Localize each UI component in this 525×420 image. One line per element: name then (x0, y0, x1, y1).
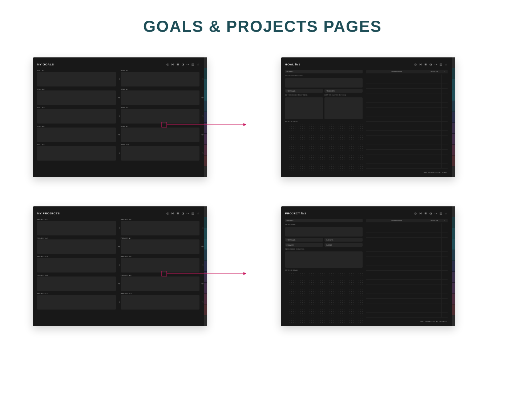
side-tab[interactable] (204, 304, 207, 315)
goal-item[interactable]: GOAL №8➔ (121, 107, 200, 124)
chart-icon[interactable]: 〜 (186, 212, 189, 215)
back-link[interactable]: ⟵ GO BACK TO MY GOALS (366, 171, 448, 174)
side-tab[interactable] (452, 101, 455, 112)
arrow-right-icon[interactable]: ➔ (201, 96, 204, 99)
action-row[interactable] (366, 266, 448, 271)
star-icon[interactable]: ☆ (197, 63, 199, 66)
action-row[interactable] (366, 164, 448, 169)
side-tab[interactable] (452, 250, 455, 261)
arrow-right-icon[interactable]: ➔ (201, 226, 204, 230)
project-item[interactable]: PROJECT №4➔ (37, 274, 116, 291)
action-row[interactable] (366, 247, 448, 252)
goal-item[interactable]: GOAL №5➔ (37, 144, 116, 161)
action-row[interactable] (366, 303, 448, 308)
clock-icon[interactable]: ◔ (429, 212, 432, 215)
action-row[interactable] (366, 223, 448, 228)
project-item[interactable]: PROJECT №7➔ (121, 237, 200, 254)
action-row[interactable] (366, 228, 448, 233)
side-tab[interactable] (204, 156, 207, 166)
overcome-field[interactable] (324, 97, 363, 119)
budget-field[interactable]: BUDGET: (324, 243, 363, 247)
side-tab[interactable] (452, 228, 455, 239)
arrow-right-icon[interactable]: ➔ (201, 245, 204, 248)
side-tab[interactable] (452, 90, 455, 101)
action-row[interactable] (366, 79, 448, 84)
arrow-right-icon[interactable]: ➔ (118, 77, 120, 81)
side-tab[interactable] (204, 228, 207, 239)
action-row[interactable] (366, 122, 448, 126)
side-tab[interactable] (204, 294, 207, 304)
side-tab[interactable] (204, 79, 207, 90)
dumbbell-icon[interactable]: ⋈ (171, 212, 174, 215)
due-date-field[interactable]: DUE DATE: (324, 238, 363, 242)
star-icon[interactable]: ☆ (445, 63, 448, 66)
side-tab[interactable] (204, 145, 207, 156)
side-tab[interactable] (452, 68, 455, 79)
bookmark-icon[interactable]: ▤ (191, 63, 194, 66)
action-row[interactable] (366, 252, 448, 257)
duration-field[interactable]: DURATION: (285, 243, 323, 247)
project-item[interactable]: PROJECT №2➔ (37, 237, 116, 254)
project-item[interactable]: PROJECT №3➔ (37, 256, 116, 272)
action-row[interactable] (366, 140, 448, 145)
action-row[interactable] (366, 108, 448, 112)
action-row[interactable] (366, 150, 448, 154)
goal-item[interactable]: GOAL №3➔ (37, 107, 116, 124)
goal-item[interactable]: GOAL №6➔ (121, 70, 200, 86)
action-row[interactable] (366, 238, 448, 242)
arrow-right-icon[interactable]: ➔ (201, 114, 204, 118)
action-row[interactable] (366, 89, 448, 93)
star-icon[interactable]: ☆ (445, 212, 448, 215)
action-row[interactable] (366, 154, 448, 159)
target-icon[interactable]: ◎ (166, 63, 169, 66)
side-tab[interactable] (204, 68, 207, 79)
arrow-right-icon[interactable]: ➔ (201, 133, 204, 136)
goal-item[interactable]: GOAL №2➔ (37, 88, 116, 105)
arrow-right-icon[interactable]: ➔ (118, 245, 120, 248)
side-tab[interactable] (452, 315, 455, 326)
arrow-right-icon[interactable]: ➔ (201, 282, 204, 285)
side-tab[interactable] (452, 112, 455, 123)
chart-icon[interactable]: 〜 (186, 63, 189, 66)
side-tab[interactable] (452, 304, 455, 315)
arrow-right-icon[interactable]: ➔ (118, 263, 120, 267)
project-item[interactable]: PROJECT №8➔ (121, 256, 200, 272)
arrow-right-icon[interactable]: ➔ (201, 152, 204, 155)
difficulties-field[interactable] (285, 97, 323, 119)
goal-item[interactable]: GOAL №10➔ (121, 144, 200, 161)
side-tab[interactable] (452, 166, 455, 177)
finish-date-field[interactable]: FINISH DATE: (324, 89, 363, 93)
project-item[interactable]: PROJECT №10➔ (121, 293, 200, 310)
arrow-right-icon[interactable]: ➔ (118, 300, 120, 304)
action-row[interactable] (366, 117, 448, 122)
chart-icon[interactable]: 〜 (435, 63, 437, 66)
action-row[interactable] (366, 103, 448, 108)
side-tab[interactable] (452, 272, 455, 283)
action-row[interactable] (366, 145, 448, 150)
star-icon[interactable]: ☆ (197, 212, 199, 215)
side-tab[interactable] (204, 217, 207, 228)
action-row[interactable] (366, 299, 448, 303)
project-item[interactable]: PROJECT №6➔ (121, 219, 200, 235)
side-tab[interactable] (204, 239, 207, 250)
side-tab[interactable] (204, 134, 207, 145)
side-tab[interactable] (204, 57, 207, 68)
target-icon[interactable]: ◎ (414, 212, 417, 215)
list-icon[interactable]: ≣ (424, 212, 427, 215)
resources-field[interactable] (285, 251, 363, 268)
side-tab[interactable] (204, 112, 207, 123)
action-row[interactable] (366, 112, 448, 117)
action-row[interactable] (366, 271, 448, 275)
action-row[interactable] (366, 284, 448, 289)
side-tab[interactable] (204, 166, 207, 177)
side-tab[interactable] (204, 90, 207, 101)
action-row[interactable] (366, 98, 448, 103)
target-icon[interactable]: ◎ (414, 63, 417, 66)
action-row[interactable] (366, 294, 448, 299)
goal-item[interactable]: GOAL №1➔ (37, 70, 116, 86)
action-row[interactable] (366, 233, 448, 238)
action-row[interactable] (366, 289, 448, 294)
action-row[interactable] (366, 313, 448, 318)
dumbbell-icon[interactable]: ⋈ (419, 212, 422, 215)
side-tab[interactable] (452, 145, 455, 156)
